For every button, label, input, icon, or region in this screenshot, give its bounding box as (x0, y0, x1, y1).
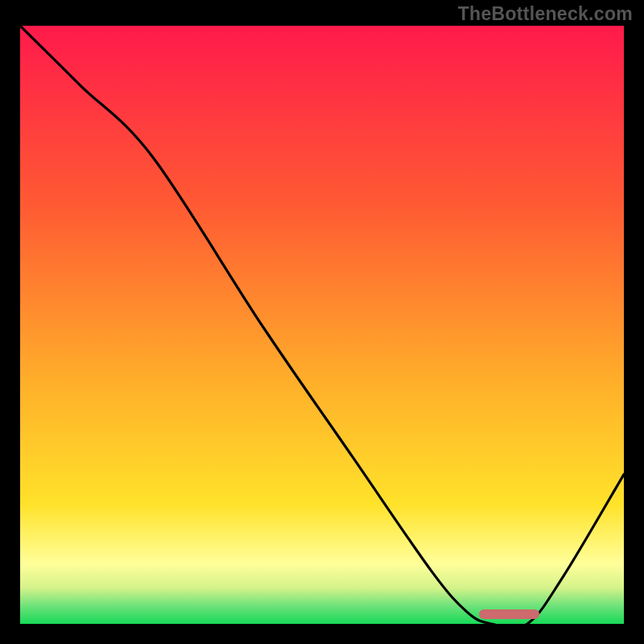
watermark-text: TheBottleneck.com (458, 3, 633, 25)
plot-area (20, 26, 624, 624)
bottleneck-curve (20, 26, 624, 624)
optimal-range-marker (479, 609, 539, 619)
chart-container: TheBottleneck.com (0, 0, 644, 644)
